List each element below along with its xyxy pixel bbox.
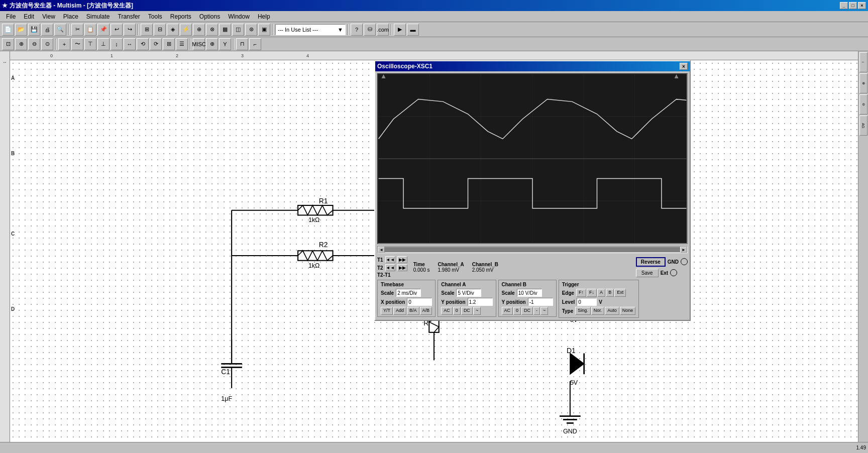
trigger-level-input[interactable]	[577, 298, 597, 306]
menu-file[interactable]: File	[2, 12, 20, 21]
gnd-radio[interactable]	[681, 258, 688, 265]
timebase-add-btn[interactable]: Add	[393, 307, 406, 315]
trigger-source-ext-btn[interactable]: Ext	[614, 289, 626, 297]
tool-1[interactable]: ⊞	[141, 24, 153, 36]
tool-9[interactable]: ⊛	[245, 24, 257, 36]
t2-right-btn[interactable]: ▶▶	[397, 264, 407, 271]
menu-help[interactable]: Help	[254, 12, 274, 21]
menu-place[interactable]: Place	[59, 12, 82, 21]
right-btn-2[interactable]: ⊕	[859, 73, 867, 93]
trigger-source-b-btn[interactable]: B	[606, 289, 614, 297]
menu-edit[interactable]: Edit	[20, 12, 38, 21]
channel-b-ypos-input[interactable]	[528, 298, 553, 306]
channel-b-wave-btn[interactable]: ~	[540, 307, 548, 315]
zoom-btn[interactable]: 🔍	[54, 24, 66, 36]
copy-btn[interactable]: 📋	[84, 24, 96, 36]
tool-8[interactable]: ◫	[232, 24, 244, 36]
t1-right-btn[interactable]: ▶▶	[397, 256, 407, 263]
t2-btn12[interactable]: ⟳	[150, 38, 162, 50]
channel-a-dc-btn[interactable]: DC	[461, 307, 473, 315]
menu-reports[interactable]: Reports	[166, 12, 195, 21]
t2-btn4[interactable]: ⊙	[41, 38, 53, 50]
trigger-auto-btn[interactable]: Auto	[605, 307, 619, 315]
trigger-source-a-btn[interactable]: A	[597, 289, 605, 297]
ext-radio[interactable]	[670, 269, 677, 276]
t2-btn15[interactable]: ⊕	[206, 38, 218, 50]
undo-btn[interactable]: ↩	[111, 24, 123, 36]
tool-4[interactable]: ⚡	[180, 24, 192, 36]
timebase-yt-btn[interactable]: Y/T	[381, 307, 393, 315]
help-btn[interactable]: ?	[351, 24, 363, 36]
tool-3[interactable]: ◈	[167, 24, 179, 36]
new-btn[interactable]: 📄	[2, 24, 14, 36]
timebase-scale-input[interactable]	[396, 289, 421, 297]
timebase-xpos-input[interactable]	[407, 298, 432, 306]
menu-tools[interactable]: Tools	[144, 12, 166, 21]
db-btn[interactable]: ⛁	[364, 24, 376, 36]
canvas-container[interactable]: A B C D Oscilloscope-XSC1 ×	[10, 60, 858, 451]
t2-btn6[interactable]: 〜	[71, 38, 83, 50]
channel-a-ac-btn[interactable]: AC	[441, 307, 453, 315]
sim-btn1[interactable]: ▶	[394, 24, 406, 36]
t2-btn7[interactable]: ⊤	[84, 38, 96, 50]
close-button[interactable]: ×	[858, 2, 866, 9]
t2-btn10[interactable]: ↔	[124, 38, 136, 50]
t2-btn2[interactable]: ⊕	[15, 38, 27, 50]
osc-scroll-right[interactable]: ►	[680, 247, 687, 253]
schematic-area[interactable]: 0 1 2 3 4 A B C D Oscilloscope-XSC1 ×	[10, 51, 858, 451]
tool-7[interactable]: ▦	[219, 24, 231, 36]
trigger-rising-btn[interactable]: F↑	[576, 289, 586, 297]
tool-5[interactable]: ⊕	[193, 24, 205, 36]
channel-b-ac-btn[interactable]: AC	[502, 307, 513, 315]
timebase-ab-btn[interactable]: A/B	[420, 307, 432, 315]
right-btn-1[interactable]: ↕	[859, 52, 867, 72]
t2-btn9[interactable]: ↕	[111, 38, 123, 50]
t2-btn14[interactable]: ☰	[176, 38, 188, 50]
channel-a-wave-btn[interactable]: ~	[473, 307, 481, 315]
reverse-button[interactable]: Reverse	[636, 257, 666, 267]
t1-left-btn[interactable]: ◄◄	[385, 256, 395, 263]
channel-b-minus-btn[interactable]: -	[533, 307, 540, 315]
menu-options[interactable]: Options	[195, 12, 224, 21]
open-btn[interactable]: 📂	[15, 24, 27, 36]
t2-btn1[interactable]: ⊡	[2, 38, 14, 50]
print-btn[interactable]: 🖨	[41, 24, 53, 36]
channel-b-scale-input[interactable]	[517, 289, 542, 297]
trigger-sing-btn[interactable]: Sing.	[575, 307, 591, 315]
right-btn-4[interactable]: AG	[859, 116, 867, 136]
trigger-nor-btn[interactable]: Nor.	[591, 307, 605, 315]
tool-2[interactable]: ⊟	[154, 24, 166, 36]
t2-btn16[interactable]: Y	[219, 38, 231, 50]
save-button[interactable]: Save	[636, 269, 659, 277]
menu-transfer[interactable]: Transfer	[114, 12, 144, 21]
paste-btn[interactable]: 📌	[97, 24, 110, 36]
com-btn[interactable]: .com	[377, 24, 389, 36]
tool-6[interactable]: ⊗	[206, 24, 218, 36]
t2-btn18[interactable]: ⌐	[249, 38, 261, 50]
t2-btn17[interactable]: ⊓	[236, 38, 248, 50]
minimize-button[interactable]: _	[840, 2, 848, 9]
redo-btn[interactable]: ↪	[124, 24, 136, 36]
channel-a-scale-input[interactable]	[456, 289, 481, 297]
channel-a-ypos-input[interactable]	[468, 298, 493, 306]
t2-btn3[interactable]: ⊖	[28, 38, 40, 50]
osc-scrollbar[interactable]: ◄ ►	[377, 246, 688, 253]
osc-close-button[interactable]: ×	[680, 63, 688, 70]
cut-btn[interactable]: ✂	[71, 24, 83, 36]
t2-btn11[interactable]: ⟲	[137, 38, 149, 50]
channel-a-0-btn[interactable]: 0	[453, 307, 461, 315]
t2-misc[interactable]: MISC	[193, 38, 205, 50]
right-btn-3[interactable]: ⊖	[859, 94, 867, 115]
t2-btn13[interactable]: ⊞	[163, 38, 175, 50]
menu-window[interactable]: Window	[224, 12, 254, 21]
menu-view[interactable]: View	[38, 12, 59, 21]
trigger-falling-btn[interactable]: F↓	[587, 289, 597, 297]
t2-btn5[interactable]: +	[58, 38, 70, 50]
in-use-list-dropdown[interactable]: --- In Use List --- ▼	[275, 24, 346, 35]
channel-b-dc-btn[interactable]: DC	[521, 307, 533, 315]
t2-left-btn[interactable]: ◄◄	[385, 264, 395, 271]
channel-b-0-btn[interactable]: 0	[513, 307, 521, 315]
trigger-none-btn[interactable]: None	[620, 307, 636, 315]
tool-10[interactable]: ▣	[258, 24, 270, 36]
save-btn[interactable]: 💾	[28, 24, 40, 36]
